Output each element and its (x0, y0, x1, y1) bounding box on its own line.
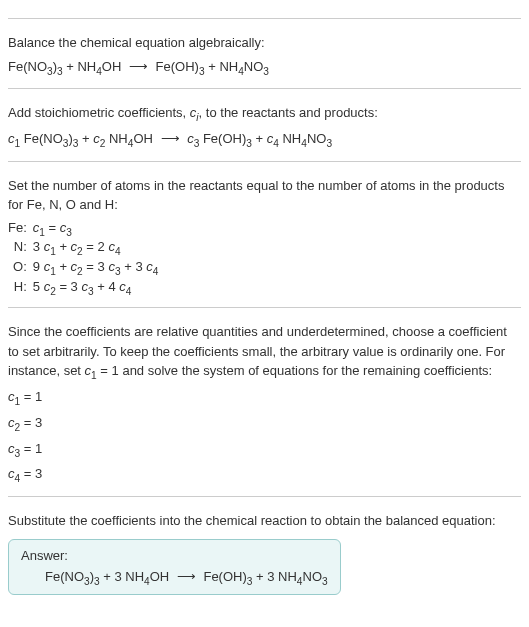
elem-eq: c1 = c3 (33, 219, 165, 239)
step2-text: Set the number of atoms in the reactants… (8, 176, 521, 215)
solution-line: c3 = 1 (8, 439, 521, 461)
step1-equation: c1 Fe(NO3)3 + c2 NH4OH ⟶ c3 Fe(OH)3 + c4… (8, 129, 521, 151)
step4-text: Substitute the coefficients into the che… (8, 511, 521, 531)
answer-label: Answer: (21, 548, 328, 563)
answer-equation: Fe(NO3)3 + 3 NH4OH ⟶ Fe(OH)3 + 3 NH4NO3 (21, 569, 328, 587)
solution-line: c4 = 3 (8, 464, 521, 486)
table-row: Fe: c1 = c3 (8, 219, 164, 239)
answer-box: Answer: Fe(NO3)3 + 3 NH4OH ⟶ Fe(OH)3 + 3… (8, 539, 341, 596)
table-row: O: 9 c1 + c2 = 3 c3 + 3 c4 (8, 258, 164, 278)
elem-eq: 9 c1 + c2 = 3 c3 + 3 c4 (33, 258, 165, 278)
step3-section: Since the coefficients are relative quan… (8, 307, 521, 486)
intro-equation: Fe(NO3)3 + NH4OH ⟶ Fe(OH)3 + NH4NO3 (8, 57, 521, 79)
solution-line: c1 = 1 (8, 387, 521, 409)
elem-label: Fe: (8, 219, 33, 239)
step3-text: Since the coefficients are relative quan… (8, 322, 521, 383)
elem-eq: 3 c1 + c2 = 2 c4 (33, 238, 165, 258)
step4-section: Substitute the coefficients into the che… (8, 496, 521, 595)
table-row: H: 5 c2 = 3 c3 + 4 c4 (8, 278, 164, 298)
solution-line: c2 = 3 (8, 413, 521, 435)
elem-label: N: (8, 238, 33, 258)
step1-section: Add stoichiometric coefficients, ci, to … (8, 88, 521, 151)
intro-section: Balance the chemical equation algebraica… (8, 18, 521, 78)
elem-label: H: (8, 278, 33, 298)
elem-eq: 5 c2 = 3 c3 + 4 c4 (33, 278, 165, 298)
intro-text: Balance the chemical equation algebraica… (8, 33, 521, 53)
atom-equations-table: Fe: c1 = c3 N: 3 c1 + c2 = 2 c4 O: 9 c1 … (8, 219, 164, 297)
step2-section: Set the number of atoms in the reactants… (8, 161, 521, 297)
step1-text: Add stoichiometric coefficients, ci, to … (8, 103, 521, 125)
table-row: N: 3 c1 + c2 = 2 c4 (8, 238, 164, 258)
elem-label: O: (8, 258, 33, 278)
